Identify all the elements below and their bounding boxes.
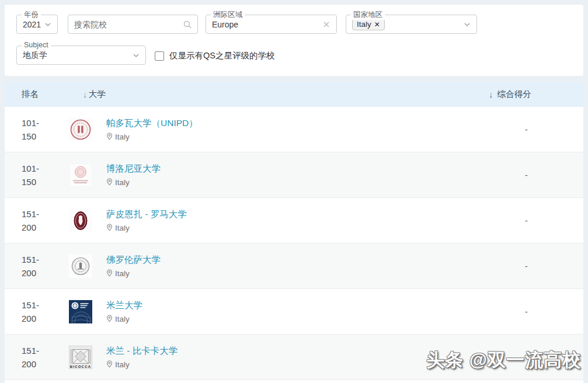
country-name: Italy xyxy=(115,133,130,141)
university-logo: BICOCCA xyxy=(69,346,99,369)
country-tag-italy: Italy ✕ xyxy=(352,18,385,30)
location-pin-icon xyxy=(106,269,113,278)
rank-value: 151- 200 xyxy=(5,207,69,234)
location-pin-icon xyxy=(106,224,113,233)
subject-value: 地质学 xyxy=(23,50,47,61)
sort-desc-icon: ↓ xyxy=(489,89,493,99)
year-select[interactable]: 年份 2021 xyxy=(16,15,58,34)
region-select[interactable]: 洲际区域 Europe xyxy=(206,15,337,34)
rank-value: 151- 200 xyxy=(5,344,69,371)
table-row: 151- 200 米兰大学 Italy - xyxy=(5,289,583,335)
year-value: 2021 xyxy=(23,20,41,29)
table-body: 101- 150 帕多瓦大学（UNIPD） Italy - 101- 150 xyxy=(5,107,583,380)
clear-region-icon[interactable] xyxy=(322,20,330,29)
ranking-table: 排名 ↓ 大学 ↓ 综合得分 101- 150 帕多瓦大学（UNIPD） Ita… xyxy=(5,82,583,383)
university-column-header: 大学 xyxy=(89,89,106,100)
sapienza-seal-logo xyxy=(69,209,92,232)
sort-desc-icon: ↓ xyxy=(83,89,88,99)
chevron-down-icon xyxy=(133,52,140,59)
university-logo xyxy=(69,300,99,323)
chevron-down-icon xyxy=(44,21,51,28)
remove-country-tag-icon[interactable]: ✕ xyxy=(374,20,380,29)
region-value: Europe xyxy=(212,20,238,29)
university-logo xyxy=(69,209,99,232)
chevron-down-icon xyxy=(464,21,471,28)
qs-star-checkbox[interactable] xyxy=(155,51,164,61)
country-tag-text: Italy xyxy=(357,20,371,29)
university-link[interactable]: 博洛尼亚大学 xyxy=(106,163,161,175)
university-location: Italy xyxy=(106,360,490,370)
university-location: Italy xyxy=(106,178,490,187)
search-input[interactable] xyxy=(74,20,183,29)
university-location: Italy xyxy=(106,269,490,278)
country-name: Italy xyxy=(115,269,130,278)
table-row: 101- 150 博洛尼亚大学 Italy - xyxy=(5,152,583,198)
rank-value: 151- 200 xyxy=(5,253,69,280)
table-row: 101- 150 帕多瓦大学（UNIPD） Italy - xyxy=(5,107,583,152)
location-pin-icon xyxy=(106,360,113,370)
svg-text:BICOCCA: BICOCCA xyxy=(70,364,91,368)
university-link[interactable]: 帕多瓦大学（UNIPD） xyxy=(106,117,198,130)
country-name: Italy xyxy=(115,360,130,369)
subject-select[interactable]: Subject 地质学 xyxy=(16,46,146,65)
university-link[interactable]: 米兰大学 xyxy=(106,300,142,312)
florence-seal-logo xyxy=(69,255,92,278)
university-logo xyxy=(69,163,99,187)
filter-panel: 年份 2021 洲际区域 Europe 国家地区 Italy ✕ Subject… xyxy=(5,5,583,76)
milan-seal-logo xyxy=(69,300,92,323)
subject-label: Subject xyxy=(22,41,51,49)
unipd-seal-logo xyxy=(69,118,92,141)
score-value: - xyxy=(490,170,583,180)
university-sort-header[interactable]: ↓ 大学 xyxy=(83,89,472,100)
score-value: - xyxy=(490,216,583,225)
table-row: 151- 200 萨皮恩扎 - 罗马大学 Italy - xyxy=(5,198,583,243)
school-search-field xyxy=(68,15,198,34)
university-logo xyxy=(69,118,99,141)
country-name: Italy xyxy=(115,315,130,323)
university-location: Italy xyxy=(106,224,490,233)
university-link[interactable]: 佛罗伦萨大学 xyxy=(106,254,161,266)
university-link[interactable]: 萨皮恩扎 - 罗马大学 xyxy=(106,208,187,221)
university-location: Italy xyxy=(106,315,490,324)
university-cell: 帕多瓦大学（UNIPD） Italy xyxy=(99,117,490,142)
university-cell: 米兰 - 比卡卡大学 Italy xyxy=(99,345,490,370)
year-label: 年份 xyxy=(22,10,41,20)
score-value: - xyxy=(490,353,583,362)
table-row: 151- 200 佛罗伦萨大学 Italy - xyxy=(5,243,583,289)
country-name: Italy xyxy=(115,224,130,232)
bicocca-seal-logo: BICOCCA xyxy=(69,346,92,369)
rank-column-header: 排名 xyxy=(5,89,83,100)
university-cell: 米兰大学 Italy xyxy=(99,300,490,324)
table-row: 151- 200 BICOCCA 米兰 - 比卡卡大学 Italy - xyxy=(5,335,583,380)
country-name: Italy xyxy=(115,178,130,187)
university-location: Italy xyxy=(106,133,490,142)
university-cell: 佛罗伦萨大学 Italy xyxy=(99,254,490,278)
university-cell: 萨皮恩扎 - 罗马大学 Italy xyxy=(99,208,490,233)
university-cell: 博洛尼亚大学 Italy xyxy=(99,163,490,187)
country-select[interactable]: 国家地区 Italy ✕ xyxy=(346,15,477,34)
score-sort-header[interactable]: ↓ 综合得分 xyxy=(472,89,583,100)
region-label: 洲际区域 xyxy=(211,10,245,20)
qs-star-filter: 仅显示有QS之星评级的学校 xyxy=(155,50,274,61)
location-pin-icon xyxy=(106,315,113,324)
rank-value: 101- 150 xyxy=(5,116,69,143)
university-logo xyxy=(69,255,99,278)
bologna-seal-logo xyxy=(69,163,92,187)
score-value: - xyxy=(490,307,583,316)
rank-value: 101- 150 xyxy=(5,162,69,189)
score-value: - xyxy=(490,125,583,134)
score-value: - xyxy=(490,262,583,271)
university-link[interactable]: 米兰 - 比卡卡大学 xyxy=(106,345,178,357)
location-pin-icon xyxy=(106,178,113,187)
qs-star-checkbox-label: 仅显示有QS之星评级的学校 xyxy=(169,50,274,61)
search-icon[interactable] xyxy=(183,20,192,29)
table-header: 排名 ↓ 大学 ↓ 综合得分 xyxy=(5,82,583,107)
country-label: 国家地区 xyxy=(351,10,385,20)
location-pin-icon xyxy=(106,133,113,142)
score-column-header: 综合得分 xyxy=(497,89,531,100)
rank-value: 151- 200 xyxy=(5,298,69,325)
